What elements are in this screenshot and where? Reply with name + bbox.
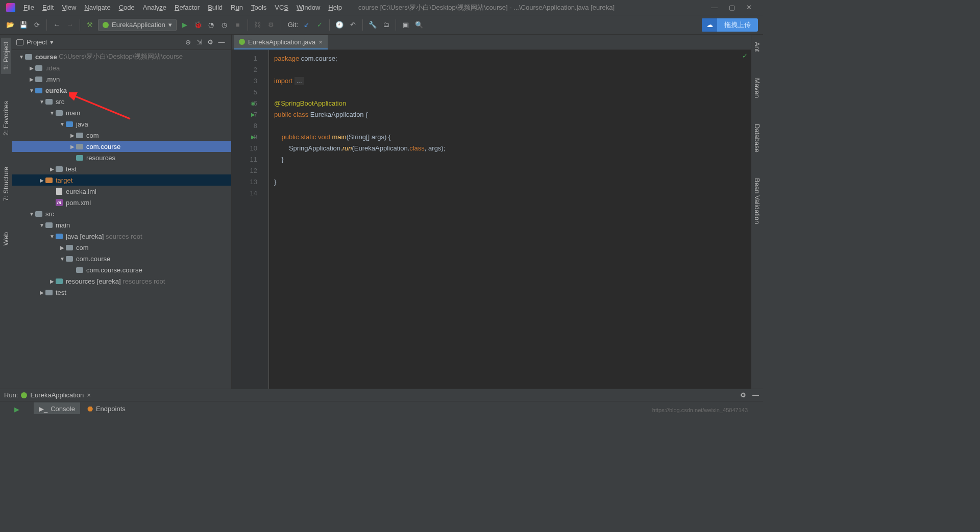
spring-icon [239,39,245,45]
stop-icon[interactable]: ■ [233,20,243,30]
tree-item-eureka[interactable]: ▼eureka [12,85,231,96]
tree-item-com2[interactable]: ▶com [12,242,231,253]
tree-item-src2[interactable]: ▼src [12,208,231,219]
open-icon[interactable]: 📂 [5,20,15,30]
sidebar-tab-favorites[interactable]: 2: Favorites [1,97,11,140]
minimize-icon[interactable]: — [711,4,718,11]
tree-item-main2[interactable]: ▼main [12,219,231,231]
expand-icon[interactable]: ⇲ [193,38,205,46]
run-tab-console[interactable]: ▶_Console [34,402,80,415]
tree-item-com-course2[interactable]: ▼com.course [12,253,231,264]
menu-tools[interactable]: Tools [247,2,271,13]
tree-item-mvn[interactable]: ▶.mvn [12,73,231,85]
sync-icon[interactable]: ⟳ [32,20,42,30]
tree-item-target[interactable]: ▶target [12,174,231,186]
sidebar-tab-web[interactable]: Web [1,228,11,250]
wrench-icon[interactable]: 🔧 [368,20,378,30]
run-gutter-icon[interactable]: ◉ [251,98,255,109]
menu-view[interactable]: View [58,2,80,13]
tree-item-com[interactable]: ▶com [12,130,231,141]
upload-button[interactable]: ☁ 拖拽上传 [702,18,758,32]
menubar: File Edit View Navigate Code Analyze Ref… [0,0,763,15]
run-tab-endpoints[interactable]: ⬣Endpoints [82,402,131,415]
project-view-icon [16,39,23,45]
inspection-ok-icon[interactable]: ✓ [742,52,748,60]
menu-navigate[interactable]: Navigate [80,2,114,13]
tree-item-resources-eureka[interactable]: ▶resources [eureka] resources root [12,275,231,287]
back-icon[interactable]: ← [52,20,62,30]
profile-icon[interactable]: ◷ [219,20,230,30]
tree-root[interactable]: ▼ course C:\Users\罗小白\Desktop\视频网站\cours… [12,51,231,62]
chevron-down-icon[interactable]: ▾ [50,38,54,46]
git-commit-icon[interactable]: ✓ [314,20,325,30]
close-icon[interactable]: ✕ [746,4,752,11]
menu-code[interactable]: Code [115,2,139,13]
tree-item-com-course[interactable]: ▶com.course [12,141,231,152]
tree-item-src[interactable]: ▼src [12,96,231,107]
menu-file[interactable]: File [19,2,38,13]
hide-icon[interactable]: — [752,391,759,399]
close-icon[interactable]: × [318,38,323,46]
locate-icon[interactable]: ⊕ [182,38,193,46]
menu-edit[interactable]: Edit [38,2,58,13]
project-header: Project ▾ ⊕ ⇲ ⚙ — [12,35,231,50]
menu-help[interactable]: Help [324,2,346,13]
tree-item-main[interactable]: ▼main [12,107,231,118]
project-tree[interactable]: ▼ course C:\Users\罗小白\Desktop\视频网站\cours… [12,50,231,389]
right-tool-stripe: Ant Maven Database Bean Validation [751,35,763,389]
search-icon[interactable]: 🔍 [414,20,424,30]
revert-icon[interactable]: ↶ [348,20,358,30]
tree-item-com-course-course[interactable]: ▶com.course.course [12,264,231,275]
project-structure-icon[interactable]: 🗂 [381,20,391,30]
tree-item-pom[interactable]: ▶mpom.xml [12,197,231,208]
sidebar-tab-beanvalidation[interactable]: Bean Validation [752,174,762,228]
sidebar-tab-database[interactable]: Database [752,120,762,157]
project-header-label[interactable]: Project [27,38,47,46]
menu-run[interactable]: Run [227,2,247,13]
menu-analyze[interactable]: Analyze [139,2,170,13]
save-icon[interactable]: 💾 [18,20,29,30]
git-update-icon[interactable]: ↙ [301,20,311,30]
sidebar-tab-ant[interactable]: Ant [752,38,762,56]
tree-item-idea[interactable]: ▶.idea [12,62,231,73]
run-panel: Run: EurekaApplication × ⚙ — ▶ ■ 📷 » ▶_C… [0,389,763,414]
services-icon[interactable]: ⚙ [266,20,276,30]
tree-item-eureka-iml[interactable]: ▶eureka.iml [12,186,231,197]
console-icon: ▶_ [39,405,47,413]
maximize-icon[interactable]: ▢ [729,4,735,11]
menu-window[interactable]: Window [292,2,324,13]
debug-icon[interactable]: 🐞 [193,20,203,30]
sidebar-tab-maven[interactable]: Maven [752,74,762,102]
forward-icon[interactable]: → [65,20,75,30]
tree-item-java[interactable]: ▼java [12,118,231,130]
run-configuration-dropdown[interactable]: EurekaApplication ▾ [98,19,177,31]
tree-item-java-eureka[interactable]: ▼java [eureka] sources root [12,231,231,242]
run-icon[interactable]: ▶ [180,20,190,30]
gear-icon[interactable]: ⚙ [205,38,216,46]
tree-item-test[interactable]: ▶test [12,163,231,174]
gear-icon[interactable]: ⚙ [740,391,746,399]
editor-body[interactable]: 1235 6◉ 7▶ 8 9▶ 1011121314 package com.c… [232,50,751,389]
avatar-icon[interactable]: ▣ [401,20,411,30]
code-area[interactable]: package com.course; import ... @SpringBo… [268,50,751,389]
tree-item-test2[interactable]: ▶test [12,287,231,298]
menu-refactor[interactable]: Refactor [170,2,204,13]
run-config-label: EurekaApplication [112,21,165,29]
tree-item-resources[interactable]: ▶resources [12,152,231,163]
rerun-icon[interactable]: ▶ [11,403,22,414]
sidebar-tab-project[interactable]: 1: Project [1,38,11,74]
menu-build[interactable]: Build [204,2,227,13]
build-icon[interactable]: ⚒ [85,20,95,30]
endpoints-icon: ⬣ [87,405,93,413]
watermark: https://blog.csdn.net/weixin_45847143 [652,407,748,413]
run-gutter-icon[interactable]: ▶ [251,132,255,143]
close-icon[interactable]: × [87,391,91,399]
attach-icon[interactable]: ⛓ [253,20,263,30]
menu-vcs[interactable]: VCS [271,2,292,13]
editor-tab-eureka[interactable]: EurekaApplication.java × [234,35,328,49]
history-icon[interactable]: 🕘 [334,20,345,30]
hide-icon[interactable]: — [216,38,227,46]
coverage-icon[interactable]: ◔ [206,20,216,30]
run-gutter-icon[interactable]: ▶ [251,109,255,120]
sidebar-tab-structure[interactable]: 7: Structure [1,163,11,205]
